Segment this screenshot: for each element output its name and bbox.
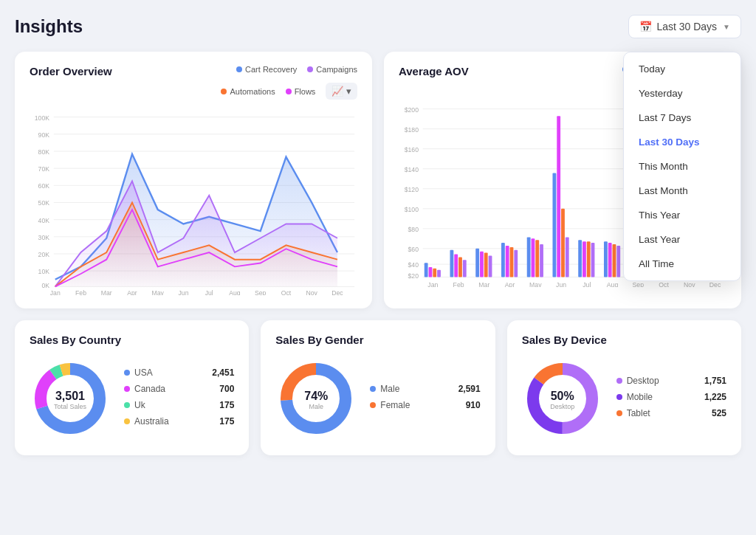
svg-text:Jun: Jun bbox=[556, 281, 566, 287]
sales-by-device-title: Sales By Device bbox=[522, 334, 726, 346]
svg-text:Aug: Aug bbox=[229, 289, 241, 295]
device-label-tablet: Tablet bbox=[627, 408, 650, 418]
country-dot-uk bbox=[124, 402, 130, 408]
device-dot-tablet bbox=[616, 410, 622, 416]
svg-rect-82 bbox=[583, 241, 586, 277]
sales-by-gender-card: Sales By Gender 74% Male bbox=[261, 320, 495, 455]
gender-pct: 74% bbox=[304, 390, 328, 403]
svg-text:Mar: Mar bbox=[478, 281, 489, 287]
svg-text:20K: 20K bbox=[38, 251, 50, 258]
legend-flows: Flows bbox=[286, 83, 316, 100]
device-val-mobile: 1,225 bbox=[704, 392, 726, 402]
legend-automations: Automations bbox=[221, 83, 275, 100]
country-dot-usa bbox=[124, 370, 130, 376]
svg-text:Aug: Aug bbox=[607, 281, 619, 287]
svg-text:Apr: Apr bbox=[127, 289, 137, 295]
country-label-au: Australia bbox=[134, 416, 169, 427]
legend-dot-campaigns bbox=[307, 66, 313, 72]
svg-rect-81 bbox=[578, 240, 582, 277]
country-val-canada: 700 bbox=[219, 384, 234, 394]
svg-rect-62 bbox=[454, 255, 458, 277]
sales-by-device-card: Sales By Device 50% Desktop bbox=[507, 320, 741, 455]
sales-by-country-card: Sales By Country 3,501 Total Sales bbox=[15, 320, 249, 455]
page-title: Insights bbox=[15, 16, 83, 37]
svg-text:Sep: Sep bbox=[633, 281, 645, 287]
sales-by-country-legend: USA 2,451 Canada 700 Uk 175 bbox=[124, 367, 234, 432]
svg-text:Jan: Jan bbox=[50, 289, 61, 295]
date-range-button[interactable]: 📅 Last 30 Days ▼ bbox=[628, 15, 741, 38]
svg-rect-78 bbox=[557, 116, 560, 277]
device-row-mobile: Mobile 1,225 bbox=[616, 392, 726, 402]
dropdown-item-today[interactable]: Today bbox=[624, 57, 740, 81]
date-range-dropdown: Today Yesterday Last 7 Days Last 30 Days… bbox=[623, 52, 741, 281]
sales-by-country-content: 3,501 Total Sales USA 2,451 Canada bbox=[30, 358, 234, 442]
dropdown-item-last7[interactable]: Last 7 Days bbox=[624, 106, 740, 130]
calendar-icon: 📅 bbox=[639, 21, 652, 32]
svg-rect-59 bbox=[433, 269, 436, 277]
svg-rect-73 bbox=[527, 237, 531, 277]
svg-rect-63 bbox=[458, 257, 462, 277]
svg-text:50K: 50K bbox=[38, 199, 50, 207]
svg-rect-80 bbox=[566, 237, 569, 277]
country-row-canada: Canada 700 bbox=[124, 384, 234, 394]
legend-label-cart: Cart Recovery bbox=[245, 65, 297, 74]
country-dot-au bbox=[124, 418, 130, 424]
gender-row-female: Female 910 bbox=[370, 400, 480, 410]
svg-text:Sep: Sep bbox=[255, 289, 267, 295]
dropdown-item-yesterday[interactable]: Yesterday bbox=[624, 81, 740, 106]
gender-val-female: 910 bbox=[466, 400, 481, 410]
dropdown-item-lastmonth[interactable]: Last Month bbox=[624, 179, 740, 203]
chart-type-button[interactable]: 📈 ▾ bbox=[326, 83, 357, 100]
country-val-uk: 175 bbox=[219, 400, 234, 410]
dropdown-item-alltime[interactable]: All Time bbox=[624, 252, 740, 276]
svg-rect-68 bbox=[489, 255, 492, 277]
country-label-usa: USA bbox=[134, 367, 153, 378]
legend-dot-flows bbox=[286, 89, 292, 94]
country-row-usa: USA 2,451 bbox=[124, 367, 234, 378]
svg-rect-86 bbox=[608, 243, 612, 277]
svg-rect-75 bbox=[535, 240, 539, 277]
dropdown-item-last30[interactable]: Last 30 Days bbox=[624, 130, 740, 154]
svg-text:$140: $140 bbox=[405, 166, 419, 173]
svg-rect-66 bbox=[480, 252, 484, 277]
svg-rect-65 bbox=[475, 249, 479, 277]
svg-text:Oct: Oct bbox=[281, 289, 292, 295]
dropdown-item-lastyear[interactable]: Last Year bbox=[624, 227, 740, 252]
device-dot-desktop bbox=[616, 378, 622, 384]
svg-rect-70 bbox=[506, 246, 509, 277]
dropdown-item-thismonth[interactable]: This Month bbox=[624, 154, 740, 179]
svg-text:30K: 30K bbox=[38, 234, 50, 241]
svg-text:$200: $200 bbox=[405, 106, 419, 114]
device-val-desktop: 1,751 bbox=[704, 376, 726, 386]
legend-cart-recovery: Cart Recovery bbox=[236, 65, 297, 74]
svg-text:Jun: Jun bbox=[178, 289, 188, 295]
svg-text:Apr: Apr bbox=[505, 281, 515, 287]
gender-label-female: Female bbox=[380, 400, 410, 410]
svg-text:100K: 100K bbox=[35, 114, 49, 122]
svg-text:Dec: Dec bbox=[709, 281, 721, 287]
svg-text:Jul: Jul bbox=[583, 281, 591, 287]
svg-rect-67 bbox=[484, 253, 488, 277]
country-total-label: Total Sales bbox=[54, 403, 86, 410]
device-val-tablet: 525 bbox=[712, 408, 726, 418]
country-label-canada: Canada bbox=[134, 384, 165, 394]
sales-by-device-content: 50% Desktop Desktop 1,751 Mobile bbox=[522, 358, 726, 442]
svg-text:$180: $180 bbox=[405, 126, 419, 134]
order-overview-legend: Cart Recovery Campaigns bbox=[236, 65, 357, 74]
svg-rect-58 bbox=[429, 267, 433, 277]
svg-text:Nov: Nov bbox=[306, 289, 318, 295]
country-row-uk: Uk 175 bbox=[124, 400, 234, 410]
sales-by-device-legend: Desktop 1,751 Mobile 1,225 Tablet bbox=[616, 376, 726, 424]
gender-label-male: Male bbox=[380, 384, 399, 394]
svg-rect-84 bbox=[591, 243, 595, 277]
svg-rect-74 bbox=[532, 238, 535, 277]
svg-text:70K: 70K bbox=[38, 165, 50, 173]
svg-rect-77 bbox=[552, 173, 556, 277]
legend-label-flows: Flows bbox=[295, 87, 316, 96]
dropdown-item-thisyear[interactable]: This Year bbox=[624, 203, 740, 227]
country-row-au: Australia 175 bbox=[124, 416, 234, 427]
sales-by-country-donut: 3,501 Total Sales bbox=[30, 358, 111, 442]
legend-label-campaigns: Campaigns bbox=[316, 65, 357, 74]
svg-rect-57 bbox=[425, 263, 428, 277]
country-total: 3,501 bbox=[54, 390, 86, 403]
